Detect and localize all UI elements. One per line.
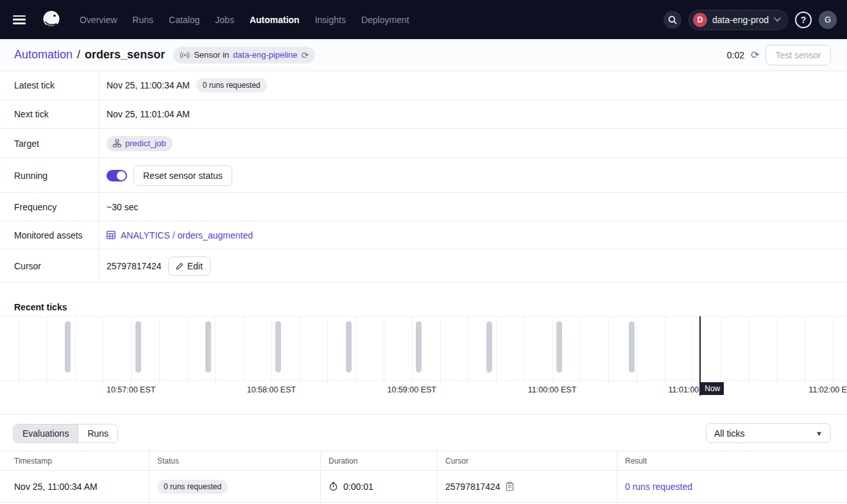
- now-badge: Now: [701, 382, 724, 395]
- user-avatar[interactable]: G: [819, 11, 837, 29]
- search-icon[interactable]: [663, 11, 681, 29]
- timeline-time-label: 10:57:00 EST: [107, 385, 155, 394]
- column-header-status: Status: [150, 451, 321, 470]
- target-job-link[interactable]: predict_job: [125, 139, 166, 148]
- running-label: Running: [0, 158, 99, 192]
- timeline-gridline: [552, 317, 553, 384]
- nav-item-automation[interactable]: Automation: [244, 11, 305, 29]
- timeline-gridline: [327, 317, 328, 384]
- nav-links: OverviewRunsCatalogJobsAutomationInsight…: [74, 11, 415, 29]
- nav-item-deployment[interactable]: Deployment: [356, 11, 415, 29]
- nav-item-runs[interactable]: Runs: [127, 11, 158, 29]
- timeline-gridline: [103, 317, 103, 384]
- refresh-icon[interactable]: ⟳: [751, 50, 759, 60]
- deployment-name: data-eng-prod: [712, 15, 769, 25]
- cursor-label: Cursor: [0, 249, 99, 282]
- timeline-time-label: 11:00:00 EST: [528, 385, 577, 394]
- row-monitored-assets: Monitored assets ANALYTICS / orders_augm…: [0, 221, 847, 249]
- timeline-gridline: [187, 317, 188, 384]
- nav-item-jobs[interactable]: Jobs: [210, 11, 239, 29]
- deployment-initial-badge: D: [693, 13, 707, 27]
- monitored-asset-link[interactable]: ANALYTICS / orders_augmented: [107, 230, 253, 240]
- tab-runs[interactable]: Runs: [78, 424, 117, 442]
- nav-item-catalog[interactable]: Catalog: [164, 11, 205, 29]
- deployment-switcher[interactable]: D data-eng-prod: [689, 10, 788, 30]
- latest-tick-value: Nov 25, 11:00:34 AM: [107, 80, 190, 90]
- breadcrumb-automation-link[interactable]: Automation: [14, 48, 73, 62]
- row-cursor-value: 25797817424: [445, 482, 501, 492]
- test-sensor-button[interactable]: Test sensor: [766, 45, 831, 65]
- row-target: Target predict_job: [0, 129, 847, 158]
- cell-timestamp: Nov 25, 11:00:34 AM: [0, 471, 150, 502]
- nav-item-insights[interactable]: Insights: [310, 11, 351, 29]
- chevron-down-icon: [774, 17, 781, 22]
- cell-status: 0 runs requested: [150, 471, 321, 502]
- next-tick-label: Next tick: [0, 100, 99, 128]
- tick-bar[interactable]: [346, 321, 352, 373]
- target-label: Target: [0, 129, 99, 158]
- running-toggle[interactable]: [107, 170, 127, 181]
- next-tick-value: Nov 25, 11:01:04 AM: [107, 109, 190, 119]
- timeline-gridline: [440, 317, 441, 384]
- tick-bar[interactable]: [416, 321, 422, 373]
- repo-link[interactable]: data-eng-pipeline: [233, 50, 297, 60]
- nav-item-overview[interactable]: Overview: [74, 11, 122, 29]
- tick-countdown: 0:02: [727, 50, 744, 60]
- timeline-gridline: [637, 317, 637, 384]
- copy-cursor-icon[interactable]: [506, 482, 514, 491]
- sensor-page: OverviewRunsCatalogJobsAutomationInsight…: [0, 0, 847, 504]
- menu-icon[interactable]: [13, 15, 26, 24]
- frequency-value: ~30 sec: [107, 202, 138, 212]
- row-next-tick: Next tick Nov 25, 11:01:04 AM: [0, 100, 847, 129]
- cell-cursor: 25797817424: [438, 471, 617, 502]
- tick-bar[interactable]: [486, 321, 492, 373]
- evaluation-timestamp[interactable]: Nov 25, 11:00:34 AM: [14, 482, 98, 492]
- timeline-gridline: [159, 317, 160, 384]
- timeline-gridline: [805, 317, 805, 384]
- frequency-label: Frequency: [0, 193, 99, 221]
- tick-bar[interactable]: [629, 321, 635, 373]
- sensor-repo-badge: Sensor in data-eng-pipeline ⟳: [173, 47, 315, 63]
- timeline-gridline: [777, 317, 778, 384]
- tick-bar[interactable]: [65, 321, 71, 373]
- column-header-duration: Duration: [321, 451, 438, 470]
- tick-bar[interactable]: [205, 321, 211, 373]
- dagster-logo-icon[interactable]: [37, 6, 65, 34]
- help-icon[interactable]: ?: [795, 12, 812, 28]
- row-running: Running Reset sensor status: [0, 158, 847, 193]
- evaluations-controls: EvaluationsRuns All ticks ▼: [0, 415, 847, 451]
- timeline-gridline: [580, 317, 581, 384]
- reset-sensor-status-button[interactable]: Reset sensor status: [133, 165, 232, 186]
- page-title: orders_sensor: [85, 48, 165, 62]
- row-cursor: Cursor 25797817424 Edit: [0, 249, 847, 283]
- row-latest-tick: Latest tick Nov 25, 11:00:34 AM 0 runs r…: [0, 71, 847, 100]
- monitored-asset-name[interactable]: ANALYTICS / orders_augmented: [121, 230, 253, 240]
- timeline-gridline: [75, 317, 76, 384]
- timeline-gridline: [721, 317, 721, 384]
- edit-cursor-button[interactable]: Edit: [168, 256, 210, 276]
- timeline-time-label: 11:02:00 EST: [809, 385, 847, 394]
- timeline-gridline: [215, 317, 216, 384]
- duration-value: 0:00:01: [343, 482, 373, 492]
- stopwatch-icon: [329, 482, 338, 491]
- tab-evaluations[interactable]: Evaluations: [13, 424, 78, 442]
- tick-filter-select[interactable]: All ticks ▼: [706, 423, 831, 443]
- tick-bar[interactable]: [135, 321, 141, 373]
- timeline-gridline: [749, 317, 749, 384]
- sensor-badge-prefix: Sensor in: [194, 50, 229, 60]
- tick-filter-value: All ticks: [714, 428, 744, 439]
- evaluations-table: TimestampStatusDurationCursorResultNov 2…: [0, 451, 847, 503]
- tick-bar[interactable]: [556, 321, 562, 373]
- timeline-gridline: [524, 317, 525, 384]
- cell-result: 0 runs requested: [617, 471, 847, 502]
- row-frequency: Frequency ~30 sec: [0, 193, 847, 221]
- tick-bar[interactable]: [275, 321, 281, 373]
- edit-button-label: Edit: [187, 261, 203, 271]
- timeline-gridline: [19, 317, 19, 384]
- tick-timeline-chart: 10:57:00 EST10:58:00 EST10:59:00 EST11:0…: [0, 316, 847, 405]
- timeline-axis: [0, 380, 847, 381]
- result-link[interactable]: 0 runs requested: [625, 482, 692, 492]
- target-job-tag[interactable]: predict_job: [107, 136, 173, 151]
- timeline-gridline: [271, 317, 272, 384]
- reload-repo-icon[interactable]: ⟳: [302, 51, 309, 60]
